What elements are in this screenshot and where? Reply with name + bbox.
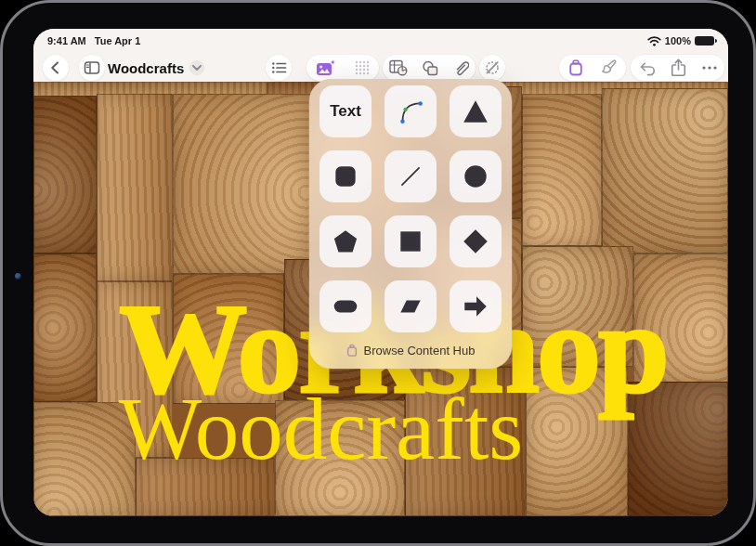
shape-circle-button[interactable] <box>450 150 502 202</box>
battery-percent: 100% <box>665 35 691 46</box>
rounded-square-icon <box>331 162 360 191</box>
shapes-button[interactable] <box>422 60 438 76</box>
share-icon <box>671 58 686 77</box>
wood-block <box>602 88 728 254</box>
battery-icon <box>695 36 714 46</box>
diamond-icon <box>461 227 490 256</box>
shape-curve-button[interactable] <box>385 85 437 137</box>
undo-button[interactable] <box>638 60 656 76</box>
front-camera <box>15 273 21 280</box>
shape-capsule-button[interactable] <box>319 280 371 332</box>
status-bar: 9:41 AM Tue Apr 1 100% <box>33 32 728 50</box>
format-group <box>559 55 626 81</box>
content-hub-icon <box>568 59 583 76</box>
capsule-icon <box>331 292 360 321</box>
shape-rounded-square-button[interactable] <box>319 150 371 202</box>
apps-grid-icon <box>355 60 370 75</box>
ipad-device-frame: Workshop Woodcrafts 9:41 AM Tue Apr 1 10… <box>0 0 756 546</box>
wood-block <box>97 94 173 281</box>
shape-parallelogram-button[interactable] <box>385 280 437 332</box>
wifi-icon <box>647 36 661 46</box>
scribble-pen-icon <box>484 59 501 76</box>
sidebar-icon <box>84 60 100 75</box>
text-tool-label: Text <box>330 102 361 121</box>
browse-content-hub-button[interactable]: Browse Content Hub <box>309 332 512 369</box>
chevron-left-icon <box>47 59 64 76</box>
format-brush-button[interactable] <box>601 59 618 76</box>
document-title-menu[interactable]: Woodcrafts <box>108 55 204 81</box>
apps-grid-button[interactable] <box>355 60 370 75</box>
insert-group-1 <box>306 55 379 81</box>
square-icon <box>396 227 425 256</box>
content-hub-button[interactable] <box>568 59 583 76</box>
wood-block <box>33 254 97 402</box>
insert-shapes-popup: Text <box>309 79 512 369</box>
wood-block <box>33 96 97 254</box>
shape-diamond-button[interactable] <box>450 215 502 267</box>
status-date: Tue Apr 1 <box>95 35 141 46</box>
media-button[interactable] <box>316 59 336 77</box>
shape-text-button[interactable]: Text <box>319 85 371 137</box>
undo-icon <box>638 60 656 76</box>
browse-content-hub-label: Browse Content Hub <box>364 344 476 358</box>
shape-grid: Text <box>309 79 512 332</box>
parallelogram-icon <box>396 292 425 321</box>
line-icon <box>396 162 425 191</box>
more-button[interactable] <box>702 66 717 70</box>
view-options-button[interactable] <box>266 55 292 81</box>
bullet-list-icon <box>271 60 287 75</box>
status-time: 9:41 AM <box>47 35 86 46</box>
document-title: Woodcrafts <box>108 60 184 76</box>
curve-icon <box>396 97 425 126</box>
chevron-down-icon <box>189 60 204 75</box>
screen: Workshop Woodcrafts 9:41 AM Tue Apr 1 10… <box>33 29 728 516</box>
ellipsis-icon <box>702 66 717 70</box>
table-chart-button[interactable] <box>389 59 408 76</box>
photo-sparkle-icon <box>316 59 336 77</box>
table-chart-icon <box>389 59 408 76</box>
shape-square-button[interactable] <box>385 215 437 267</box>
share-button[interactable] <box>671 58 686 77</box>
insert-group-2 <box>383 55 476 81</box>
paintbrush-icon <box>601 59 618 76</box>
back-button[interactable] <box>43 55 69 81</box>
triangle-icon <box>461 97 490 126</box>
wood-block <box>522 94 602 246</box>
shape-arrow-right-button[interactable] <box>450 280 502 332</box>
shape-triangle-button[interactable] <box>450 85 502 137</box>
circle-icon <box>461 162 490 191</box>
wood-block <box>173 94 314 274</box>
attachment-button[interactable] <box>452 59 469 76</box>
content-hub-small-icon <box>346 344 358 358</box>
draw-button[interactable] <box>479 55 505 81</box>
canvas-subheadline[interactable]: Woodcrafts <box>110 385 532 474</box>
paperclip-icon <box>452 59 469 76</box>
shape-line-button[interactable] <box>385 150 437 202</box>
actions-group <box>631 55 724 81</box>
pentagon-icon <box>331 227 360 256</box>
arrow-right-icon <box>461 292 490 321</box>
shapes-icon <box>422 60 438 76</box>
shape-pentagon-button[interactable] <box>319 215 371 267</box>
sidebar-toggle-button[interactable] <box>79 55 105 81</box>
